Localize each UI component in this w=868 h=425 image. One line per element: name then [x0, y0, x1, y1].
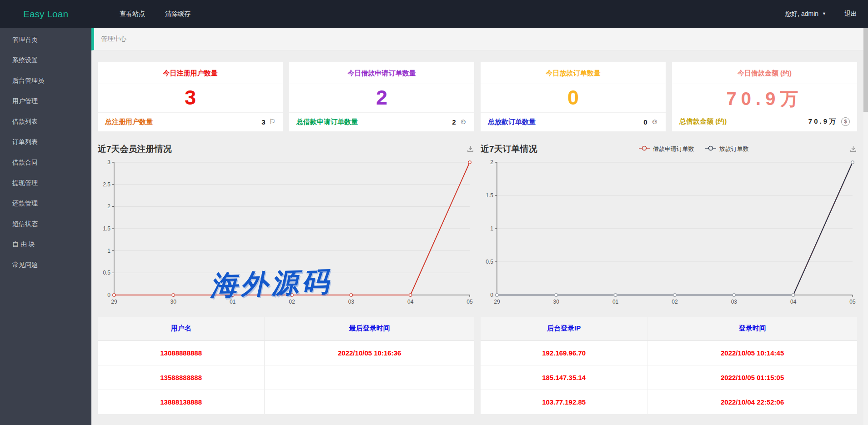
legend-label: 借款申请订单数 [653, 145, 694, 153]
sidebar-item-label: 常见问题 [12, 261, 38, 268]
sidebar-item-label: 借款列表 [12, 118, 38, 125]
tables-row: 用户名最后登录时间130888888882022/10/05 10:16:361… [98, 317, 857, 415]
svg-text:2: 2 [107, 203, 110, 210]
stat-card-value: 2 [289, 84, 474, 112]
sidebar-item-faq[interactable]: 常见问题 [0, 255, 91, 275]
svg-text:1: 1 [107, 247, 110, 254]
stat-card-footer-value: 0 [643, 118, 647, 126]
sidebar-item-admin-managers[interactable]: 后台管理员 [0, 70, 91, 91]
sidebar-item-order-list[interactable]: 订单列表 [0, 132, 91, 152]
dollar-icon: $ [841, 117, 850, 126]
table-cell [265, 365, 474, 390]
sidebar-item-label: 还款管理 [12, 200, 38, 207]
sidebar: 管理首页系统设置后台管理员用户管理借款列表订单列表借款合同提现管理还款管理短信状… [0, 28, 91, 425]
stat-cards-row: 今日注册用户数量3总注册用户数量3⚐今日借款申请订单数量2总借款申请订单数量2☺… [98, 62, 857, 131]
chart-title: 近7天会员注册情况 [98, 143, 172, 155]
sidebar-item-loan-list[interactable]: 借款列表 [0, 111, 91, 132]
stat-card-value: 3 [98, 84, 283, 112]
column-header: 最后登录时间 [265, 317, 474, 341]
table-cell: 13588888888 [98, 365, 265, 390]
column-header: 后台登录IP [481, 317, 647, 341]
stat-card-value: 70.9万 [672, 84, 857, 112]
stat-card-footer-label: 总借款申请订单数量 [296, 118, 358, 126]
scrollbar-thumb[interactable] [863, 28, 868, 112]
svg-text:1: 1 [490, 225, 493, 231]
table-header-row: 后台登录IP登录时间 [481, 317, 857, 341]
table-row: 185.147.35.142022/10/05 01:15:05 [481, 365, 857, 390]
stat-card-footer-value: 3 [261, 118, 265, 126]
svg-text:2.5: 2.5 [103, 181, 110, 187]
table-cell: 192.169.96.70 [481, 340, 647, 365]
sidebar-item-label: 后台管理员 [12, 77, 44, 84]
sidebar-item-free-block[interactable]: 自 由 块 [0, 234, 91, 255]
chart-legend: 借款申请订单数放款订单数 [537, 145, 849, 153]
logout-button[interactable]: 退出 [844, 10, 857, 18]
stat-card-footer-value: 2 [452, 118, 456, 126]
user-menu[interactable]: 您好, admin ▼ [785, 10, 826, 18]
svg-text:01: 01 [612, 298, 619, 305]
svg-text:0: 0 [490, 291, 493, 298]
table-cell [265, 390, 474, 414]
smiley-icon: ☺ [651, 118, 658, 125]
svg-text:04: 04 [790, 298, 797, 305]
download-icon[interactable] [849, 145, 857, 153]
sidebar-item-label: 订单列表 [12, 138, 38, 145]
stat-card-disbursed-orders-today: 今日放款订单数量0总放款订单数量0☺ [481, 62, 666, 131]
chart-title: 近7天订单情况 [481, 143, 537, 155]
table-header-row: 用户名最后登录时间 [98, 317, 474, 341]
sidebar-item-label: 借款合同 [12, 159, 38, 166]
svg-text:29: 29 [111, 298, 117, 305]
svg-text:30: 30 [171, 298, 177, 305]
topnav-item-view-site[interactable]: 查看站点 [110, 0, 155, 28]
sidebar-item-loan-contract[interactable]: 借款合同 [0, 152, 91, 173]
sidebar-item-label: 系统设置 [12, 56, 38, 64]
stat-card-footer-label: 总注册用户数量 [105, 118, 153, 126]
sidebar-item-user-management[interactable]: 用户管理 [0, 91, 91, 111]
sidebar-item-repayment-management[interactable]: 还款管理 [0, 193, 91, 214]
chart-header: 近7天订单情况借款申请订单数放款订单数 [481, 141, 857, 157]
sidebar-item-withdrawal-management[interactable]: 提现管理 [0, 173, 91, 193]
topnav-item-clear-cache[interactable]: 清除缓存 [155, 0, 201, 28]
svg-text:29: 29 [494, 298, 500, 305]
legend-marker-icon [704, 145, 717, 152]
svg-text:01: 01 [230, 298, 236, 305]
stat-card-footer-value-wrap: 70.9万$ [808, 117, 850, 126]
svg-text:05: 05 [849, 298, 856, 305]
chart-panel-registrations-7d: 近7天会员注册情况00.511.522.5329300102030405 [98, 141, 474, 308]
stat-card-footer: 总借款申请订单数量2☺ [289, 112, 474, 131]
stat-card-footer-label: 总借款金额 (约) [679, 117, 727, 126]
greeting-text: 您好, admin [785, 10, 818, 18]
download-icon[interactable] [467, 145, 474, 153]
topbar-right: 您好, admin ▼ 退出 [785, 10, 868, 18]
table-row: 13588888888 [98, 365, 474, 390]
table-row: 103.77.192.852022/10/04 22:52:06 [481, 390, 857, 414]
top-navigation: 查看站点清除缓存 [110, 0, 201, 28]
topbar: Easy Loan 查看站点清除缓存 您好, admin ▼ 退出 [0, 0, 868, 28]
chevron-down-icon: ▼ [822, 11, 826, 16]
table-row: 192.169.96.702022/10/05 10:14:45 [481, 340, 857, 365]
svg-text:03: 03 [348, 298, 355, 305]
breadcrumb-label: 管理中心 [101, 35, 126, 43]
sidebar-item-system-settings[interactable]: 系统设置 [0, 50, 91, 70]
chart-header: 近7天会员注册情况 [98, 141, 474, 157]
stat-card-value: 0 [481, 84, 666, 112]
svg-text:0.5: 0.5 [486, 258, 493, 265]
sidebar-menu: 管理首页系统设置后台管理员用户管理借款列表订单列表借款合同提现管理还款管理短信状… [0, 28, 91, 275]
svg-text:02: 02 [289, 298, 295, 305]
legend-marker-icon [638, 145, 651, 152]
table-admin-logins: 后台登录IP登录时间192.169.96.702022/10/05 10:14:… [481, 317, 857, 415]
table-recent-users: 用户名最后登录时间130888888882022/10/05 10:16:361… [98, 317, 474, 415]
sidebar-item-label: 短信状态 [12, 220, 38, 227]
app-logo[interactable]: Easy Loan [0, 9, 91, 20]
sidebar-item-sms-status[interactable]: 短信状态 [0, 214, 91, 234]
svg-text:0.5: 0.5 [103, 270, 110, 276]
scrollbar[interactable] [863, 28, 868, 425]
content: 今日注册用户数量3总注册用户数量3⚐今日借款申请订单数量2总借款申请订单数量2☺… [91, 50, 868, 415]
legend-item[interactable]: 放款订单数 [704, 145, 749, 153]
stat-card-footer-label: 总放款订单数量 [488, 118, 536, 126]
stat-card-registered-users-today: 今日注册用户数量3总注册用户数量3⚐ [98, 62, 283, 131]
stat-card-title: 今日借款申请订单数量 [289, 62, 474, 84]
table-cell: 185.147.35.14 [481, 365, 647, 390]
legend-item[interactable]: 借款申请订单数 [638, 145, 694, 153]
sidebar-item-home[interactable]: 管理首页 [0, 30, 91, 50]
